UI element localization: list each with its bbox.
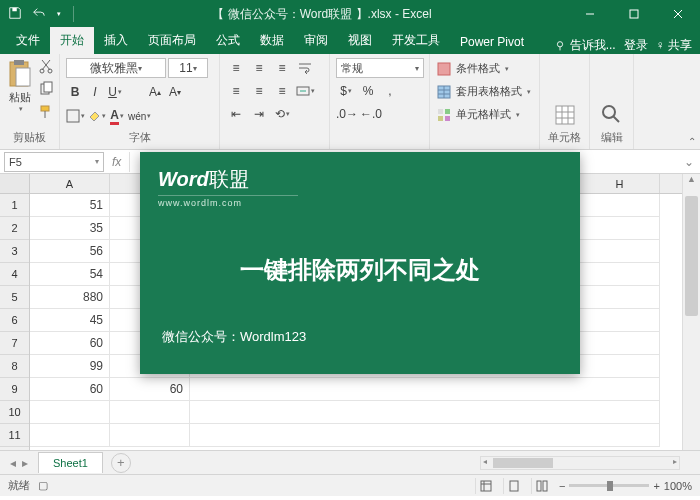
conditional-format-button[interactable]: 条件格式▾: [436, 58, 533, 79]
align-left-icon[interactable]: ≡: [226, 81, 246, 101]
row-header[interactable]: 10: [0, 401, 29, 424]
cell[interactable]: [580, 194, 660, 217]
cell[interactable]: 60: [30, 332, 110, 355]
macro-record-icon[interactable]: ▢: [38, 479, 48, 492]
tab-formulas[interactable]: 公式: [206, 27, 250, 54]
align-center-icon[interactable]: ≡: [249, 81, 269, 101]
cell[interactable]: [580, 263, 660, 286]
copy-icon[interactable]: [38, 81, 54, 100]
font-size-combo[interactable]: 11▾: [168, 58, 208, 78]
align-middle-icon[interactable]: ≡: [249, 58, 269, 78]
orientation-icon[interactable]: ⟲▾: [272, 104, 292, 124]
tell-me[interactable]: 告诉我...: [553, 37, 616, 54]
row-header[interactable]: 9: [0, 378, 29, 401]
phonetic-button[interactable]: wén▾: [128, 106, 151, 126]
horizontal-scrollbar[interactable]: ◂▸: [480, 456, 680, 470]
border-button[interactable]: ▾: [66, 106, 85, 126]
table-format-button[interactable]: 套用表格格式▾: [436, 81, 533, 102]
sheet-tab[interactable]: Sheet1: [38, 452, 103, 473]
cell[interactable]: [30, 424, 110, 447]
cell[interactable]: [580, 286, 660, 309]
tab-developer[interactable]: 开发工具: [382, 27, 450, 54]
row-header[interactable]: 5: [0, 286, 29, 309]
cell[interactable]: [110, 401, 190, 424]
zoom-slider[interactable]: [569, 484, 649, 487]
decrease-decimal-icon[interactable]: ←.0: [360, 104, 382, 124]
tab-layout[interactable]: 页面布局: [138, 27, 206, 54]
cell[interactable]: [580, 240, 660, 263]
row-header[interactable]: 4: [0, 263, 29, 286]
collapse-ribbon-icon[interactable]: ⌃: [688, 136, 696, 147]
align-bottom-icon[interactable]: ≡: [272, 58, 292, 78]
font-color-button[interactable]: A▾: [108, 106, 126, 126]
undo-icon[interactable]: [32, 6, 46, 23]
col-header-h[interactable]: H: [580, 174, 660, 193]
increase-font-icon[interactable]: A▴: [146, 82, 164, 102]
tab-insert[interactable]: 插入: [94, 27, 138, 54]
vertical-scrollbar[interactable]: ▲: [682, 174, 700, 450]
cell[interactable]: 35: [30, 217, 110, 240]
cell[interactable]: [580, 401, 660, 424]
cut-icon[interactable]: [38, 58, 54, 77]
font-name-combo[interactable]: 微软雅黑▾: [66, 58, 166, 78]
fill-color-button[interactable]: ▾: [87, 106, 106, 126]
cell[interactable]: [580, 217, 660, 240]
cell[interactable]: [30, 401, 110, 424]
row-header[interactable]: 11: [0, 424, 29, 447]
page-break-view-icon[interactable]: [531, 478, 553, 494]
decrease-font-icon[interactable]: A▾: [166, 82, 184, 102]
zoom-out-button[interactable]: −: [559, 480, 565, 492]
format-painter-icon[interactable]: [38, 104, 54, 123]
cell[interactable]: 60: [110, 378, 190, 401]
close-button[interactable]: [656, 0, 700, 28]
select-all-corner[interactable]: [0, 174, 29, 194]
align-right-icon[interactable]: ≡: [272, 81, 292, 101]
zoom-level[interactable]: 100%: [664, 480, 692, 492]
add-sheet-button[interactable]: +: [111, 453, 131, 473]
tab-home[interactable]: 开始: [50, 27, 94, 54]
wrap-text-icon[interactable]: [295, 58, 315, 78]
cells-icon[interactable]: [552, 102, 578, 128]
bold-button[interactable]: B: [66, 82, 84, 102]
cell[interactable]: [580, 424, 660, 447]
cell[interactable]: 51: [30, 194, 110, 217]
cell[interactable]: 880: [30, 286, 110, 309]
cell[interactable]: [580, 355, 660, 378]
page-layout-view-icon[interactable]: [503, 478, 525, 494]
cell[interactable]: 60: [30, 378, 110, 401]
cell[interactable]: [190, 378, 580, 401]
row-header[interactable]: 2: [0, 217, 29, 240]
qat-dropdown-icon[interactable]: ▾: [57, 10, 61, 18]
expand-formula-icon[interactable]: ⌄: [678, 155, 700, 169]
name-box[interactable]: F5▾: [4, 152, 104, 172]
zoom-in-button[interactable]: +: [653, 480, 659, 492]
row-header[interactable]: 1: [0, 194, 29, 217]
save-icon[interactable]: [8, 6, 22, 23]
share-button[interactable]: ♀ 共享: [656, 37, 692, 54]
login-button[interactable]: 登录: [624, 37, 648, 54]
col-header-a[interactable]: A: [30, 174, 110, 193]
row-header[interactable]: 8: [0, 355, 29, 378]
cell[interactable]: [110, 424, 190, 447]
decrease-indent-icon[interactable]: ⇤: [226, 104, 246, 124]
cell[interactable]: 54: [30, 263, 110, 286]
cell[interactable]: 56: [30, 240, 110, 263]
paste-button[interactable]: 粘贴▾: [6, 58, 34, 113]
cell[interactable]: [580, 332, 660, 355]
fx-icon[interactable]: fx: [104, 155, 129, 169]
accounting-format-icon[interactable]: $▾: [336, 81, 356, 101]
comma-format-icon[interactable]: ,: [380, 81, 400, 101]
number-format-combo[interactable]: 常规▾: [336, 58, 424, 78]
align-top-icon[interactable]: ≡: [226, 58, 246, 78]
minimize-button[interactable]: [568, 0, 612, 28]
merge-cells-icon[interactable]: ▾: [295, 81, 315, 101]
normal-view-icon[interactable]: [475, 478, 497, 494]
cell[interactable]: 99: [30, 355, 110, 378]
row-header[interactable]: 6: [0, 309, 29, 332]
italic-button[interactable]: I: [86, 82, 104, 102]
tab-powerpivot[interactable]: Power Pivot: [450, 30, 534, 54]
increase-indent-icon[interactable]: ⇥: [249, 104, 269, 124]
cell[interactable]: [190, 424, 580, 447]
sheet-nav-prev-icon[interactable]: ◂: [10, 456, 16, 470]
cell-styles-button[interactable]: 单元格样式▾: [436, 104, 533, 125]
